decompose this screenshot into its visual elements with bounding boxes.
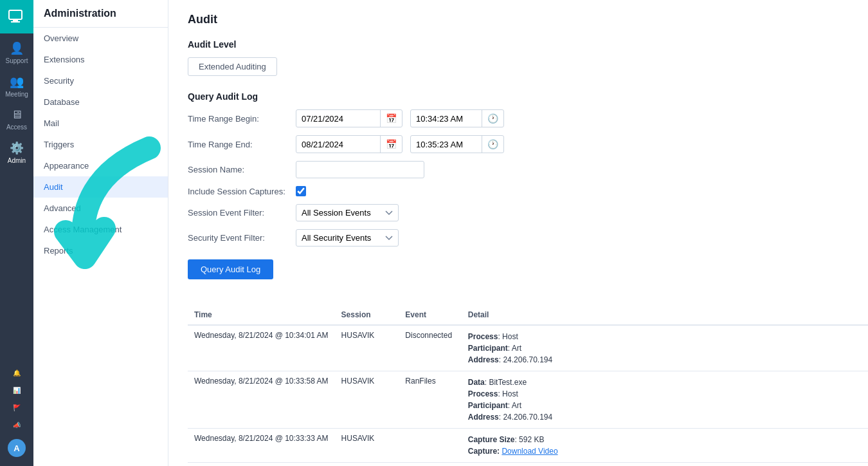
- meeting-icon: 👥: [10, 75, 24, 89]
- svg-rect-0: [9, 10, 22, 19]
- sidebar-item-reports[interactable]: Reports: [33, 240, 168, 261]
- session-name-label: Session Name:: [188, 165, 291, 174]
- download-video-link[interactable]: Download Video: [502, 447, 557, 456]
- icon-bar-bottom: 🔔 📊 🚩 📣 A: [0, 366, 33, 466]
- meeting-label: Meeting: [5, 91, 28, 98]
- session-event-filter-select[interactable]: All Session Events Connected Disconnecte…: [296, 204, 399, 221]
- sidebar-item-database[interactable]: Database: [33, 91, 168, 113]
- svg-rect-2: [11, 21, 20, 23]
- detail-label: Data: [468, 378, 485, 387]
- main-content: Audit Audit Level Extended Auditing Quer…: [168, 0, 868, 466]
- speaker-icon: 📣: [13, 422, 21, 429]
- audit-level-section: Audit Level Extended Auditing: [188, 39, 849, 76]
- sidebar-item-extensions[interactable]: Extensions: [33, 49, 168, 70]
- cell-event: Disconnected: [399, 325, 461, 371]
- chart-button[interactable]: 📊: [0, 383, 33, 398]
- detail-label: Address: [468, 355, 499, 364]
- clock-icon-end[interactable]: 🕐: [482, 136, 503, 153]
- include-captures-row: Include Session Captures:: [188, 186, 849, 196]
- audit-level-title: Audit Level: [188, 39, 849, 50]
- admin-label: Admin: [8, 157, 26, 164]
- query-audit-log-button[interactable]: Query Audit Log: [188, 259, 273, 279]
- flag-button[interactable]: 🚩: [0, 400, 33, 415]
- cell-event: RanFiles: [399, 371, 461, 429]
- cell-time: Wednesday, 8/21/2024 @ 10:33:33 AM: [188, 429, 335, 463]
- results-table: Time Session Event Detail Wednesday, 8/2…: [188, 305, 868, 466]
- sidebar-item-admin[interactable]: ⚙️ Admin: [0, 136, 33, 169]
- time-range-begin-label: Time Range Begin:: [188, 114, 291, 124]
- cell-detail: Data: BitTest.exeProcess: HostParticipan…: [462, 371, 868, 429]
- calendar-icon-end[interactable]: 📅: [380, 136, 402, 153]
- time-range-begin-date-input[interactable]: [296, 111, 380, 127]
- time-range-begin-time-wrap: 🕐: [410, 109, 504, 127]
- query-section-title: Query Audit Log: [188, 91, 849, 102]
- sidebar-item-meeting[interactable]: 👥 Meeting: [0, 70, 33, 103]
- sidebar-item-access[interactable]: 🖥 Access: [0, 103, 33, 136]
- icon-bar: 👤 Support 👥 Meeting 🖥 Access ⚙️ Admin 🔔 …: [0, 0, 33, 466]
- time-range-end-label: Time Range End:: [188, 140, 291, 149]
- time-range-begin-row: Time Range Begin: 📅 🕐: [188, 109, 849, 127]
- table-row: Wednesday, 8/21/2024 @ 10:33:51 AMHUSAVI…: [188, 463, 868, 467]
- sidebar-item-appearance[interactable]: Appearance: [33, 155, 168, 176]
- chart-icon: 📊: [13, 387, 21, 394]
- support-icon: 👤: [10, 41, 24, 55]
- sidebar-item-audit[interactable]: Audit: [33, 176, 168, 198]
- cell-session: HUSAVIK: [335, 371, 399, 429]
- col-event: Event: [399, 305, 461, 325]
- sidebar-item-triggers[interactable]: Triggers: [33, 134, 168, 155]
- sidebar-item-overview[interactable]: Overview: [33, 28, 168, 49]
- table-row: Wednesday, 8/21/2024 @ 10:33:33 AMHUSAVI…: [188, 429, 868, 463]
- cell-session: HUSAVIK: [335, 325, 399, 371]
- access-label: Access: [6, 124, 27, 131]
- table-row: Wednesday, 8/21/2024 @ 10:33:58 AMHUSAVI…: [188, 371, 868, 429]
- sidebar-item-support[interactable]: 👤 Support: [0, 36, 33, 70]
- sidebar-item-access-management[interactable]: Access Management: [33, 219, 168, 240]
- svg-rect-1: [13, 19, 18, 21]
- session-event-filter-row: Session Event Filter: All Session Events…: [188, 204, 849, 221]
- cell-time: Wednesday, 8/21/2024 @ 10:34:01 AM: [188, 325, 335, 371]
- cell-session: HUSAVIK: [335, 429, 399, 463]
- cell-detail: Capture Size: 592 KBCapture: Download Vi…: [462, 429, 868, 463]
- include-captures-checkbox[interactable]: [296, 186, 306, 196]
- avatar-button[interactable]: A: [0, 435, 33, 461]
- support-label: Support: [5, 57, 28, 64]
- app-logo[interactable]: [0, 0, 33, 33]
- detail-label: Process: [468, 389, 498, 398]
- cell-event: Connected: [399, 463, 461, 467]
- include-captures-label: Include Session Captures:: [188, 187, 291, 196]
- sidebar-item-security[interactable]: Security: [33, 70, 168, 91]
- sidebar: Administration Overview Extensions Secur…: [33, 0, 168, 466]
- session-name-row: Session Name:: [188, 161, 849, 178]
- detail-label: Capture Size: [468, 435, 515, 444]
- detail-label: Participant: [468, 401, 508, 410]
- query-section: Query Audit Log Time Range Begin: 📅 🕐 Ti…: [188, 91, 849, 292]
- calendar-icon-begin[interactable]: 📅: [380, 110, 402, 127]
- col-session: Session: [335, 305, 399, 325]
- bell-icon: 🔔: [13, 369, 21, 377]
- cell-time: Wednesday, 8/21/2024 @ 10:33:51 AM: [188, 463, 335, 467]
- extended-auditing-button[interactable]: Extended Auditing: [188, 57, 277, 76]
- session-event-filter-label: Session Event Filter:: [188, 208, 291, 218]
- speaker-button[interactable]: 📣: [0, 418, 33, 433]
- detail-label: Participant: [468, 344, 508, 353]
- time-range-end-date-input[interactable]: [296, 136, 380, 153]
- time-range-begin-time-input[interactable]: [411, 111, 482, 127]
- time-range-end-time-input[interactable]: [411, 136, 482, 153]
- bell-button[interactable]: 🔔: [0, 366, 33, 380]
- clock-icon-begin[interactable]: 🕐: [482, 110, 503, 127]
- sidebar-item-advanced[interactable]: Advanced: [33, 198, 168, 219]
- time-range-begin-date-wrap: 📅: [296, 109, 402, 127]
- cell-detail: Process: HostParticipant: ArtAddress: 24…: [462, 463, 868, 467]
- col-time: Time: [188, 305, 335, 325]
- session-name-input[interactable]: [296, 161, 424, 178]
- access-icon: 🖥: [11, 108, 23, 122]
- detail-label: Address: [468, 413, 499, 422]
- flag-icon: 🚩: [13, 404, 21, 411]
- time-range-end-row: Time Range End: 📅 🕐: [188, 135, 849, 153]
- detail-label: Process: [468, 332, 498, 341]
- cell-session: HUSAVIK: [335, 463, 399, 467]
- sidebar-item-mail[interactable]: Mail: [33, 113, 168, 134]
- security-event-filter-label: Security Event Filter:: [188, 233, 291, 243]
- security-event-filter-row: Security Event Filter: All Security Even…: [188, 229, 849, 247]
- security-event-filter-select[interactable]: All Security Events RanFiles RanCommand: [296, 229, 399, 247]
